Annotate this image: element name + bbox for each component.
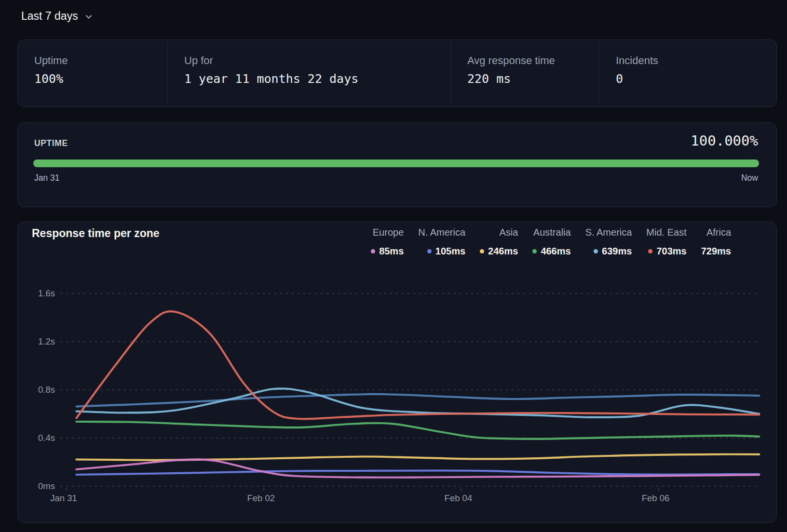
stat-up-for: Up for 1 year 11 months 22 days [167, 40, 450, 106]
uptime-end-date: Now [741, 173, 758, 183]
stat-value: 0 [616, 72, 776, 86]
date-range-label: Last 7 days [21, 10, 78, 23]
response-time-line-chart [18, 222, 777, 522]
x-axis-label: Feb 04 [429, 493, 487, 504]
stat-avg-response-time: Avg response time 220 ms [450, 40, 599, 106]
stat-value: 220 ms [467, 72, 599, 86]
chevron-down-icon [84, 13, 93, 21]
y-axis-label: 0.4s [26, 433, 55, 443]
stats-summary-card: Uptime 100% Up for 1 year 11 months 22 d… [17, 40, 777, 107]
uptime-start-date: Jan 31 [34, 173, 60, 183]
stat-label: Incidents [616, 54, 776, 67]
stat-label: Avg response time [467, 54, 599, 67]
stat-value: 100% [34, 72, 167, 86]
date-range-picker[interactable]: Last 7 days [21, 7, 93, 25]
x-axis-label: Feb 02 [232, 493, 290, 504]
series-line-australia [77, 422, 760, 439]
x-axis-label: Feb 06 [627, 493, 685, 504]
uptime-date-range: Jan 31 Now [34, 173, 758, 183]
stat-label: Uptime [34, 54, 167, 67]
uptime-card: UPTIME 100.000% Jan 31 Now [17, 122, 777, 207]
stat-label: Up for [184, 54, 450, 67]
uptime-progress-bar[interactable] [33, 160, 759, 167]
x-axis-label: Jan 31 [35, 493, 93, 504]
y-axis-label: 1.2s [26, 336, 55, 347]
stat-value: 1 year 11 months 22 days [184, 72, 450, 86]
uptime-percent-value: 100.000% [691, 133, 758, 149]
y-axis-label: 0.8s [26, 385, 55, 395]
y-axis-label: 1.6s [26, 288, 55, 299]
series-line-africa [77, 394, 760, 407]
stat-incidents: Incidents 0 [599, 40, 776, 106]
response-time-chart-card: Response time per zone Europe 85ms N. Am… [17, 222, 777, 523]
y-axis-label: 0ms [26, 481, 55, 492]
uptime-card-title: UPTIME [34, 138, 68, 148]
status-page: { "header": { "range_label": "Last 7 day… [0, 0, 787, 532]
stat-uptime: Uptime 100% [18, 40, 167, 106]
series-line-n-america [77, 471, 760, 475]
